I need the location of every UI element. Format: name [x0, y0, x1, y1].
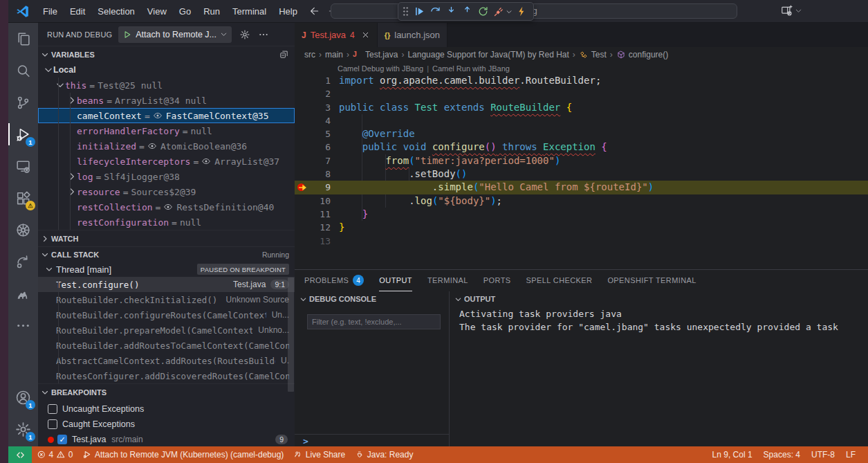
activity-camel[interactable] [8, 278, 38, 309]
breakpoint-gutter[interactable] [295, 235, 313, 248]
back-arrow-icon[interactable] [309, 6, 320, 17]
breakpoint-gutter[interactable] [295, 167, 313, 181]
breakpoint-gutter[interactable] [295, 114, 313, 127]
variable-row-errorHandlerFactory[interactable]: errorHandlerFactory=null [38, 123, 295, 138]
code-line-12[interactable]: 12} [295, 221, 868, 234]
callstack-frame[interactable]: RouteBuilder.checkInitialized()Unknown S… [38, 292, 295, 307]
code-line-3[interactable]: 3public class Test extends RouteBuilder … [295, 101, 868, 114]
code-editor[interactable]: 1import org.apache.camel.builder.RouteBu… [295, 74, 868, 248]
menu-edit[interactable]: Edit [64, 0, 91, 23]
output-header[interactable]: OUTPUT [450, 291, 868, 307]
breakpoint-gutter[interactable] [295, 127, 313, 140]
line-number[interactable]: 7 [313, 154, 331, 167]
line-number[interactable]: 1 [313, 74, 331, 87]
code-line-10[interactable]: 10 .log("${body}"); [295, 194, 868, 208]
panel-tab-ports[interactable]: PORTS [483, 270, 511, 291]
activity-source-control[interactable] [8, 87, 38, 118]
breakpoint-gutter[interactable] [295, 181, 313, 194]
line-number[interactable]: 12 [313, 221, 331, 234]
breakpoint-gutter[interactable] [295, 221, 313, 234]
breadcrumb-item[interactable]: configure() [616, 50, 668, 60]
activity-kubernetes[interactable] [8, 214, 38, 246]
line-number[interactable]: 2 [313, 87, 331, 100]
debug-console-filter-input[interactable] [307, 314, 441, 329]
activity-explorer[interactable] [8, 23, 38, 55]
panel-tab-terminal[interactable]: TERMINAL [427, 270, 468, 291]
activity-openshift[interactable] [8, 246, 38, 278]
code-line-1[interactable]: 1import org.apache.camel.builder.RouteBu… [295, 74, 868, 87]
code-line-11[interactable]: 11 } [295, 208, 868, 221]
variables-section-header[interactable]: VARIABLES [38, 46, 295, 62]
java-status[interactable]: Java: Ready [350, 446, 418, 463]
sidebar-scrollbar[interactable] [288, 278, 294, 392]
callstack-frame[interactable]: RouteBuilder.configureRoutes(CamelContex… [38, 307, 295, 323]
activity-run-and-debug[interactable]: 1 [8, 118, 38, 150]
activity-more[interactable] [8, 309, 38, 341]
code-line-4[interactable]: 4 [295, 114, 868, 127]
activity-search[interactable] [8, 55, 38, 87]
codelens-debug-link[interactable]: Camel Debug with JBang [338, 64, 423, 73]
command-center[interactable]: ebug [331, 3, 737, 19]
breakpoints-section-header[interactable]: BREAKPOINTS [38, 383, 295, 400]
tab-launch-json[interactable]: {}launch.json [378, 23, 447, 47]
eol-sequence[interactable]: LF [840, 446, 861, 463]
activity-accounts[interactable]: 1 [8, 381, 38, 413]
remote-indicator[interactable] [8, 446, 32, 463]
variable-row-this[interactable]: this=Test@25 null [38, 78, 295, 93]
variable-row-restConfiguration[interactable]: restConfiguration=null [38, 215, 295, 230]
breakpoint-gutter[interactable] [295, 74, 313, 87]
variable-row-resource[interactable]: resource=Sources$2@39 [38, 184, 295, 199]
checkbox[interactable] [48, 419, 57, 429]
breadcrumb-item[interactable]: JTest.java [353, 50, 398, 60]
eye-icon[interactable] [153, 111, 163, 120]
launch-config-dropdown[interactable]: Attach to Remote J... [118, 26, 232, 43]
activity-remote-explorer[interactable] [8, 150, 38, 182]
line-number[interactable]: 8 [313, 167, 331, 181]
chevron-right-icon[interactable] [67, 96, 77, 105]
activity-extensions[interactable]: ⚠ [8, 182, 38, 214]
callstack-frame[interactable]: AbstractCamelContext.addRoutes(RoutesBui… [38, 353, 295, 368]
menu-view[interactable]: View [141, 0, 173, 23]
chevron-down-icon[interactable] [506, 8, 513, 15]
callstack-frame[interactable]: Test.configure()Test.java9:1 [38, 277, 295, 292]
callstack-frame[interactable]: RouteBuilder.prepareModel(CamelContext)U… [38, 323, 295, 338]
menu-terminal[interactable]: Terminal [226, 0, 273, 23]
hot-code-replace-button[interactable] [515, 4, 529, 19]
menu-file[interactable]: File [37, 0, 64, 23]
restart-button[interactable] [476, 4, 490, 19]
start-debug-icon[interactable] [122, 30, 132, 39]
code-line-7[interactable]: 7 from("timer:java?period=1000") [295, 154, 868, 167]
menu-go[interactable]: Go [173, 0, 197, 23]
disconnect-button[interactable] [492, 4, 506, 19]
breakpoint-row[interactable]: ✓Test.javasrc/main9 [38, 432, 295, 446]
breadcrumb-item[interactable]: src [304, 50, 315, 60]
callstack-frame[interactable]: RouteBuilder.addRoutesToCamelContext(Cam… [38, 338, 295, 353]
code-line-6[interactable]: 6 public void configure() throws Excepti… [295, 140, 868, 154]
code-line-5[interactable]: 5 @Override [295, 127, 868, 140]
codelens-run-link[interactable]: Camel Run with JBang [432, 64, 510, 73]
eye-icon[interactable] [201, 156, 211, 166]
variable-row-log[interactable]: log=Slf4jLogger@38 [38, 169, 295, 184]
line-number[interactable]: 9 [313, 181, 331, 194]
breakpoint-gutter[interactable] [295, 194, 313, 208]
eye-icon[interactable] [147, 141, 157, 151]
close-icon[interactable] [361, 30, 370, 39]
panel-tab-output[interactable]: OUTPUT [379, 270, 412, 291]
checkbox[interactable]: ✓ [57, 435, 67, 444]
panel-tab-openshift-terminal[interactable]: OPENSHIFT TERMINAL [607, 270, 696, 291]
code-line-9[interactable]: 9 .simple("Hello Camel from ${routeId}") [295, 181, 868, 194]
chevron-down-icon[interactable] [44, 65, 53, 75]
breakpoint-gutter[interactable] [295, 101, 313, 114]
line-number[interactable]: 13 [313, 235, 331, 248]
menu-help[interactable]: Help [273, 0, 304, 23]
more-actions-icon[interactable] [258, 29, 269, 40]
step-over-button[interactable] [428, 4, 443, 19]
breakpoint-gutter[interactable] [295, 154, 313, 167]
breadcrumb-item[interactable]: main [325, 50, 343, 60]
line-number[interactable]: 6 [313, 140, 331, 154]
breakpoint-gutter[interactable] [295, 140, 313, 154]
indentation[interactable]: Spaces: 4 [758, 446, 806, 463]
variable-row-beans[interactable]: beans=ArrayList@34 null [38, 93, 295, 108]
thread-row[interactable]: Thread [main] PAUSED ON BREAKPOINT [38, 262, 295, 277]
panel-tab-problems[interactable]: PROBLEMS4 [304, 270, 364, 291]
